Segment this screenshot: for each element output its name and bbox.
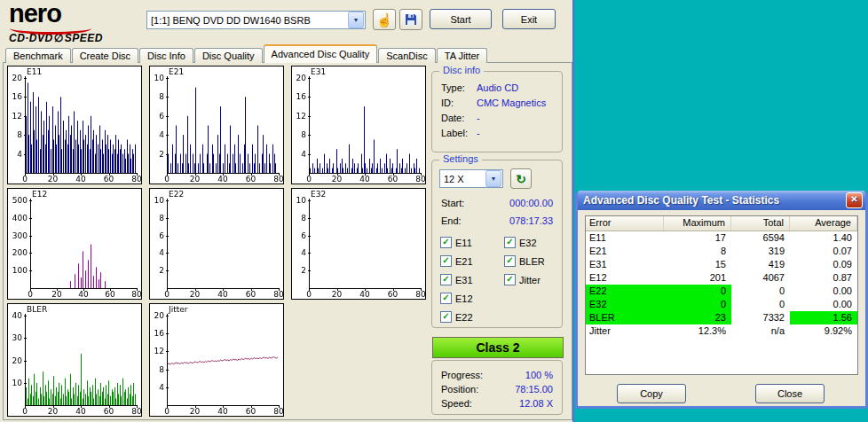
column-header-maximum[interactable]: Maximum	[664, 216, 731, 231]
info-row: Position:78:15.00	[432, 382, 562, 396]
checkbox-e21[interactable]: ✓E21	[440, 252, 473, 270]
info-row: Date:-	[432, 111, 562, 126]
checkbox-e11[interactable]: ✓E11	[440, 233, 473, 252]
table-cell: 0.09	[790, 258, 857, 271]
tab-create-disc[interactable]: Create Disc	[72, 48, 138, 63]
checkmark-icon[interactable]: ✓	[504, 274, 516, 285]
copy-button[interactable]: Copy	[617, 384, 686, 403]
end-time-value: 078:17.33	[509, 215, 553, 226]
checkbox-bler[interactable]: ✓BLER	[504, 252, 545, 270]
checkbox-label: E21	[455, 256, 473, 267]
statistics-titlebar[interactable]: Advanced Disc Quality Test - Statistics …	[578, 191, 865, 210]
tab-disc-quality[interactable]: Disc Quality	[194, 48, 263, 63]
table-row: E22000.00	[586, 285, 857, 298]
row-label: Progress:	[441, 368, 483, 382]
refresh-icon: ↻	[516, 173, 526, 185]
info-row: Type:Audio CD	[432, 81, 562, 96]
chevron-down-icon[interactable]: ▼	[485, 170, 501, 187]
checkbox-e12[interactable]: ✓E12	[440, 289, 473, 308]
info-row: Label:-	[432, 126, 562, 141]
checkbox-e32[interactable]: ✓E32	[504, 233, 545, 252]
row-value: 12.08 X	[519, 396, 553, 410]
start-time-label: Start:	[441, 198, 464, 208]
tab-strip: BenchmarkCreate DiscDisc InfoDisc Qualit…	[5, 45, 488, 63]
start-time-value: 000:00.00	[509, 198, 553, 208]
checkmark-icon[interactable]: ✓	[504, 255, 516, 267]
row-value: 78:15.00	[515, 382, 553, 396]
chart-jitter	[149, 303, 284, 417]
disc-info-title: Disc info	[439, 65, 484, 75]
table-cell: 0	[664, 285, 731, 298]
speed-select[interactable]: 12 X ▼	[439, 169, 503, 188]
checkmark-icon[interactable]: ✓	[440, 311, 452, 323]
end-time-label: End:	[441, 215, 462, 226]
table-cell: 12.3%	[664, 324, 731, 338]
row-label: Date:	[441, 112, 477, 125]
stats-table-body: E111765941.40E2183190.07E31154190.09E122…	[586, 231, 857, 338]
row-value: -	[477, 112, 480, 125]
checkmark-icon[interactable]: ✓	[504, 237, 516, 248]
table-cell: Jitter	[586, 324, 664, 338]
table-cell: E32	[586, 298, 664, 311]
checkbox-column-right: ✓E32✓BLER✓Jitter	[504, 233, 545, 289]
tab-advanced-disc-quality[interactable]: Advanced Disc Quality	[264, 44, 378, 63]
settings-title: Settings	[439, 153, 482, 164]
table-cell: 7332	[731, 311, 790, 324]
end-time-row: End: 078:17.33	[441, 215, 553, 226]
table-row: BLER2373321.56	[586, 311, 857, 324]
column-header-error[interactable]: Error	[586, 216, 664, 231]
close-icon[interactable]: ✕	[846, 192, 863, 208]
drive-select[interactable]: [1:1] BENQ DVD DD DW1640 BSRB ▼	[146, 11, 366, 29]
hand-icon: ☝	[376, 13, 393, 27]
table-cell: 419	[731, 258, 790, 271]
row-value: Audio CD	[477, 82, 518, 95]
start-button[interactable]: Start	[430, 9, 492, 29]
table-row: E32000.00	[586, 298, 857, 311]
table-row: Jitter12.3%n/a9.92%	[586, 324, 857, 338]
table-cell: 201	[664, 271, 731, 285]
table-row: E1220140670.87	[586, 271, 857, 285]
checkbox-label: E22	[455, 312, 473, 323]
tab-benchmark[interactable]: Benchmark	[5, 48, 71, 63]
start-time-row: Start: 000:00.00	[441, 198, 553, 208]
tab-disc-info[interactable]: Disc Info	[139, 48, 193, 63]
table-cell: 0	[731, 285, 790, 298]
column-header-total[interactable]: Total	[731, 216, 790, 231]
tab-scandisc[interactable]: ScanDisc	[378, 48, 435, 63]
checkmark-icon[interactable]: ✓	[440, 274, 452, 285]
table-cell: 4067	[731, 271, 790, 285]
table-cell: 1.40	[790, 231, 857, 245]
column-header-average[interactable]: Average	[790, 216, 857, 231]
checkbox-jitter[interactable]: ✓Jitter	[504, 270, 545, 289]
chevron-down-icon[interactable]: ▼	[348, 12, 364, 28]
table-cell: BLER	[586, 311, 664, 324]
checkbox-e22[interactable]: ✓E22	[440, 308, 473, 326]
exit-button[interactable]: Exit	[502, 9, 556, 29]
checkbox-e31[interactable]: ✓E31	[440, 270, 473, 289]
hand-tool-button[interactable]: ☝	[373, 9, 396, 30]
settings-group: Settings 12 X ▼ ↻ Start: 000:00.00 End: …	[431, 160, 563, 328]
tab-ta-jitter[interactable]: TA Jitter	[437, 48, 488, 63]
checkmark-icon[interactable]: ✓	[440, 255, 452, 267]
table-cell: E21	[586, 245, 664, 258]
speed-select-value: 12 X	[440, 174, 485, 184]
checkmark-icon[interactable]: ✓	[440, 293, 452, 304]
chart-bler	[7, 303, 142, 417]
refresh-button[interactable]: ↻	[510, 168, 532, 189]
progress-group: Progress:100 %Position:78:15.00Speed:12.…	[431, 360, 563, 415]
table-cell: 0	[731, 298, 790, 311]
table-cell: 17	[664, 231, 731, 245]
table-cell: 0.87	[790, 271, 857, 285]
chart-e21	[149, 66, 284, 184]
chart-e12	[7, 188, 142, 300]
table-row: E111765941.40	[586, 231, 857, 245]
row-value: -	[477, 127, 480, 140]
stats-table-header: ErrorMaximumTotalAverage	[586, 216, 857, 231]
stats-table: ErrorMaximumTotalAverage E111765941.40E2…	[585, 215, 858, 375]
close-button[interactable]: Close	[755, 384, 825, 403]
save-button[interactable]	[399, 9, 422, 30]
table-cell: 8	[664, 245, 731, 258]
checkbox-label: E11	[455, 238, 472, 248]
checkmark-icon[interactable]: ✓	[440, 237, 452, 248]
checkbox-label: Jitter	[519, 275, 541, 285]
